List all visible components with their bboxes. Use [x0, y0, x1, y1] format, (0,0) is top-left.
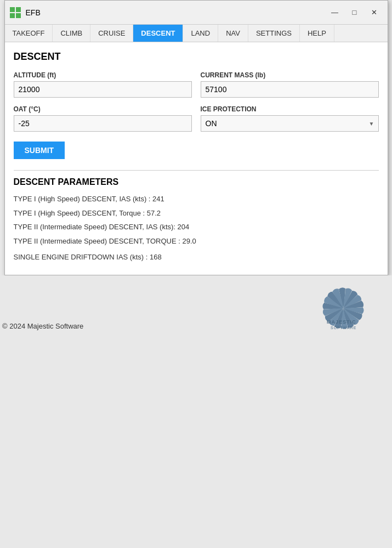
section-title: DESCENT [14, 51, 379, 63]
ice-protection-select[interactable]: ON OFF [201, 115, 379, 132]
single-engine-line: SINGLE ENGINE DRIFTDOWN IAS (kts) : 168 [14, 252, 379, 263]
altitude-label: ALTITUDE (ft) [14, 71, 192, 79]
svg-rect-3 [16, 13, 21, 18]
main-content: DESCENT ALTITUDE (ft) CURRENT MASS (lb) … [5, 42, 388, 275]
tab-takeoff[interactable]: TAKEOFF [5, 25, 53, 42]
svg-text:SOFTWARE: SOFTWARE [331, 326, 356, 330]
tab-help[interactable]: HELP [300, 25, 334, 42]
tab-nav[interactable]: NAV [218, 25, 248, 42]
close-button[interactable]: ✕ [366, 6, 383, 19]
minimize-button[interactable]: — [326, 6, 344, 19]
submit-button[interactable]: SUBMIT [14, 142, 65, 159]
param-line-3: TYPE II (Intermediate Speed) DESCENT, IA… [14, 222, 379, 233]
params-title: DESCENT PARAMETERS [14, 177, 379, 187]
ice-protection-label: ICE PROTECTION [201, 105, 379, 113]
app-title: EFB [26, 8, 326, 17]
oat-group: OAT (°C) [14, 105, 192, 132]
altitude-input[interactable] [14, 81, 192, 98]
majestic-logo: MAJESTIC SOFTWARE [308, 281, 379, 330]
tab-land[interactable]: LAND [183, 25, 218, 42]
ice-protection-select-wrapper: ON OFF [201, 115, 379, 132]
app-icon [9, 7, 21, 19]
current-mass-group: CURRENT MASS (lb) [201, 71, 379, 98]
title-bar: EFB — □ ✕ [5, 1, 388, 25]
ice-protection-group: ICE PROTECTION ON OFF [201, 105, 379, 132]
app-window: EFB — □ ✕ TAKEOFF CLIMB CRUISE DESCENT L… [4, 0, 388, 275]
form-row-1: ALTITUDE (ft) CURRENT MASS (lb) [14, 71, 379, 98]
param-line-2: TYPE I (High Speed) DESCENT, Torque : 57… [14, 208, 379, 219]
tab-descent[interactable]: DESCENT [133, 25, 183, 42]
window-controls: — □ ✕ [326, 6, 383, 19]
svg-rect-0 [10, 7, 15, 12]
current-mass-label: CURRENT MASS (lb) [201, 71, 379, 79]
param-line-4: TYPE II (Intermediate Speed) DESCENT, TO… [14, 236, 379, 247]
nav-tabs: TAKEOFF CLIMB CRUISE DESCENT LAND NAV SE… [5, 25, 388, 42]
tab-settings[interactable]: SETTINGS [248, 25, 300, 42]
svg-rect-1 [16, 7, 21, 12]
svg-rect-2 [10, 13, 15, 18]
param-line-1: TYPE I (High Speed) DESCENT, IAS (kts) :… [14, 194, 379, 205]
copyright-text: © 2024 Majestic Software [2, 322, 83, 330]
oat-input[interactable] [14, 115, 192, 132]
footer: © 2024 Majestic Software [0, 275, 392, 336]
divider [14, 170, 379, 171]
tab-cruise[interactable]: CRUISE [90, 25, 133, 42]
maximize-button[interactable]: □ [346, 6, 363, 19]
altitude-group: ALTITUDE (ft) [14, 71, 192, 98]
logo-area: MAJESTIC SOFTWARE [308, 281, 390, 330]
tab-climb[interactable]: CLIMB [53, 25, 90, 42]
form-row-2: OAT (°C) ICE PROTECTION ON OFF [14, 105, 379, 132]
current-mass-input[interactable] [201, 81, 379, 98]
svg-text:MAJESTIC: MAJESTIC [327, 319, 356, 325]
oat-label: OAT (°C) [14, 105, 192, 113]
